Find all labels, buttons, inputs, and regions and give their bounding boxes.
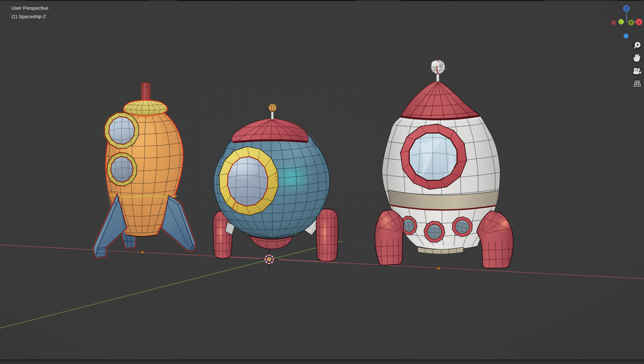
svg-text:Y: Y <box>630 21 633 25</box>
svg-text:(1) Spaceship-2: (1) Spaceship-2 <box>11 14 46 19</box>
svg-text:User Perspective: User Perspective <box>11 5 49 11</box>
svg-text:X: X <box>638 20 641 24</box>
svg-text:Z: Z <box>625 6 628 11</box>
